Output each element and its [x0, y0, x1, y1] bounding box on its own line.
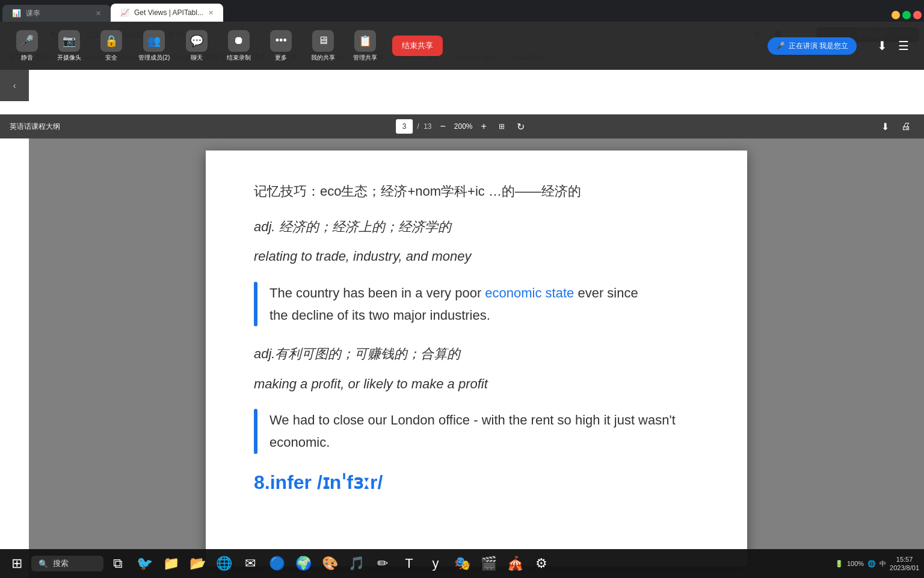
app-vscode[interactable]: ✏ [371, 552, 395, 576]
blue-bar-2 [254, 409, 257, 454]
app-files[interactable]: 📁 [159, 552, 183, 576]
record-label: 结束录制 [227, 54, 251, 62]
app-ai[interactable]: 🎪 [503, 552, 527, 576]
share-screen-icon: 🖥 [312, 30, 334, 52]
pdf-page-total: 13 [424, 122, 431, 131]
camera-label: 开摄像头 [57, 54, 81, 62]
app-t[interactable]: T [397, 552, 421, 576]
pdf-toolbar-right: ⬇ 🖨 [878, 120, 914, 134]
chat-icon: 💬 [186, 30, 208, 52]
pdf-page-info: / 13 [396, 119, 431, 134]
camera-btn[interactable]: 📷 开摄像头 [54, 30, 84, 62]
tab1-favicon: 📊 [12, 9, 21, 17]
taskbar: ⊞ 🔍 搜索 ⧉ 🐦 📁 📂 🌐 ✉ 🔵 🌍 🎨 🎵 ✏ T y 🎭 🎬 🎪 ⚙… [0, 549, 924, 578]
content-area: ‹ 记忆技巧：eco生态；经济+nom学科+ic …的——经济的 adj. 经济… [0, 138, 924, 578]
share-screen-btn[interactable]: 🖥 我的共享 [308, 30, 338, 62]
def-line2: making a profit, or likely to make a pro… [254, 373, 699, 394]
example-block-1: The country has been in a very poor econ… [254, 282, 699, 327]
security-icon: 🔒 [100, 30, 122, 52]
app-mail[interactable]: ✉ [238, 552, 262, 576]
meeting-indicator: 🎤 [776, 42, 785, 50]
share-manage-btn[interactable]: 📋 管理共享 [350, 30, 380, 62]
mic-icon: 🎤 [16, 30, 38, 52]
taskbar-clock: 15:57 2023/8/01 [890, 555, 919, 573]
app-explorer[interactable]: 📂 [185, 552, 209, 576]
mic-btn[interactable]: 🎤 静音 [12, 30, 42, 62]
taskbar-date: 2023/8/01 [890, 564, 919, 572]
participants-btn[interactable]: 👥 管理成员(2) [138, 30, 170, 62]
minimize-btn[interactable] [892, 11, 900, 19]
download-btn[interactable]: ⬇ [878, 120, 893, 134]
taskbar-lang: 中 [879, 559, 886, 568]
tab1-label: 课率 [26, 8, 40, 19]
app-puffin[interactable]: 🐦 [132, 552, 156, 576]
app-pr[interactable]: 🎬 [476, 552, 500, 576]
taskbar-search[interactable]: 🔍 搜索 [31, 556, 103, 571]
app-extra1[interactable]: ⚙ [529, 552, 553, 576]
share-manage-label: 管理共享 [353, 54, 377, 62]
meeting-status-text: 正在讲演 我是您立 [789, 41, 848, 51]
tab1-close[interactable]: ✕ [96, 10, 101, 17]
main-wrapper: 📊 课率 ✕ 📈 Get Views | APITabl... ✕ ← → ↻ … [0, 0, 924, 578]
rotate-btn[interactable]: ↻ [513, 120, 528, 134]
print-btn[interactable]: 🖨 [898, 120, 914, 133]
pdf-title: 英语话课程大纲 [10, 122, 60, 132]
close-btn[interactable] [913, 11, 922, 19]
start-btn[interactable]: ⊞ [5, 552, 29, 576]
pdf-navigation: / 13 − 200% + ⊞ ↻ [396, 119, 528, 134]
def-line1: relating to trade, industry, and money [254, 246, 699, 267]
example-text-2: We had to close our London office - with… [270, 409, 699, 454]
vocab-heading: 8.infer /ɪnˈfɜːr/ [254, 471, 699, 494]
app-music[interactable]: 🎵 [344, 552, 368, 576]
participants-label: 管理成员(2) [138, 54, 170, 62]
end-share-btn[interactable]: 结束共享 [392, 36, 443, 56]
search-icon: 🔍 [38, 559, 48, 568]
record-btn[interactable]: ⏺ 结束录制 [224, 30, 254, 62]
share-screen-label: 我的共享 [311, 54, 335, 62]
search-label: 搜索 [53, 558, 69, 569]
meeting-toolbar: 🎤 静音 📷 开摄像头 🔒 安全 👥 管理成员(2) 💬 聊天 ⏺ 结束录制 •… [0, 22, 924, 70]
meeting-download[interactable]: ⬇ [873, 37, 890, 54]
zoom-out-btn[interactable]: − [437, 120, 449, 133]
pdf-toolbar: 英语话课程大纲 / 13 − 200% + ⊞ ↻ ⬇ 🖨 [0, 114, 924, 138]
taskbar-time: 15:57 [890, 555, 919, 564]
adj-line2: adj.有利可图的；可赚钱的；合算的 [254, 343, 699, 364]
app-globe[interactable]: 🌍 [291, 552, 315, 576]
app-edge[interactable]: 🌐 [212, 552, 236, 576]
taskbar-battery-icon: 🔋 [835, 560, 843, 568]
memory-tip: 记忆技巧：eco生态；经济+nom学科+ic …的——经济的 [254, 181, 699, 202]
example1-highlight: economic state [485, 285, 574, 300]
tab2-favicon: 📈 [120, 8, 129, 17]
pdf-page-input[interactable] [396, 119, 413, 134]
pdf-zoom: 200% [454, 122, 473, 131]
share-manage-icon: 📋 [354, 30, 376, 52]
taskbar-battery: 100% [847, 560, 864, 567]
pdf-page-separator: / [414, 122, 421, 131]
maximize-btn[interactable] [902, 11, 911, 19]
app-art[interactable]: 🎨 [318, 552, 342, 576]
more-icon: ••• [270, 30, 292, 52]
record-icon: ⏺ [228, 30, 250, 52]
fit-page-btn[interactable]: ⊞ [495, 121, 508, 132]
meeting-settings[interactable]: ☰ [895, 37, 912, 54]
app-blue[interactable]: 🔵 [265, 552, 289, 576]
meeting-status: 🎤 正在讲演 我是您立 [768, 37, 857, 55]
zoom-in-btn[interactable]: + [478, 120, 490, 133]
chat-btn[interactable]: 💬 聊天 [182, 30, 212, 62]
taskview-btn[interactable]: ⧉ [106, 552, 130, 576]
more-btn[interactable]: ••• 更多 [266, 30, 296, 62]
tab-inactive-1[interactable]: 📊 课率 ✕ [2, 5, 111, 22]
blue-bar-1 [254, 282, 257, 327]
security-btn[interactable]: 🔒 安全 [96, 30, 126, 62]
example1-before: The country has been in a very poor [270, 285, 485, 300]
tab2-close[interactable]: ✕ [208, 9, 214, 17]
tab-active-2[interactable]: 📈 Get Views | APITabl... ✕ [111, 4, 223, 22]
example-text-1: The country has been in a very poor econ… [270, 282, 638, 327]
pdf-content[interactable]: 记忆技巧：eco生态；经济+nom学科+ic …的——经济的 adj. 经济的；… [29, 138, 924, 578]
app-ps[interactable]: 🎭 [450, 552, 474, 576]
more-label: 更多 [275, 54, 287, 62]
participants-icon: 👥 [143, 30, 165, 52]
chat-label: 聊天 [191, 54, 203, 62]
taskbar-network: 🌐 [867, 560, 876, 568]
app-y[interactable]: y [424, 552, 448, 576]
